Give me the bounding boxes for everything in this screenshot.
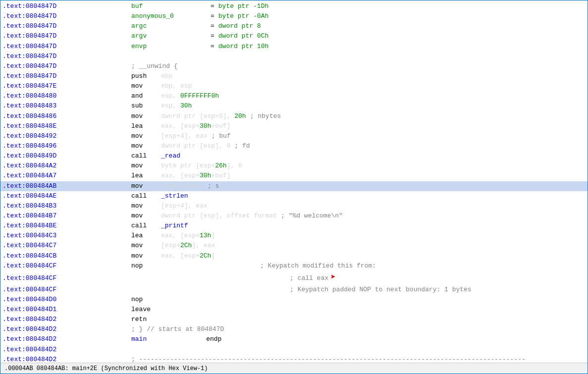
- address: .text:0804847D: [2, 61, 72, 71]
- table-row[interactable]: .text:08048496movdword ptr [esp], 0; fd: [0, 141, 588, 151]
- operand: esp, 30h: [161, 101, 192, 111]
- var-value: byte ptr -0Ah: [218, 11, 268, 21]
- table-row[interactable]: .text:0804847Dargv= dword ptr 0Ch: [0, 31, 588, 41]
- table-row[interactable]: .text:080484CFnop; Keypatch modified thi…: [0, 261, 588, 271]
- operand: [esp+2Ch], eax: [161, 241, 215, 251]
- table-row[interactable]: .text:0804847D; __unwind {: [0, 61, 588, 71]
- table-row[interactable]: .text:08048483subesp, 30h: [0, 101, 588, 111]
- address: .text:080484D2: [2, 315, 72, 324]
- operand: byte ptr [esp+26h], 0: [161, 161, 242, 171]
- keypatch-from-comment: ; call eax: [290, 273, 328, 283]
- table-row[interactable]: .text:0804847Emovebp, esp: [0, 81, 588, 91]
- label: main: [131, 334, 147, 344]
- comment: ; fd: [234, 141, 250, 151]
- arrow-icon: ➤: [330, 271, 336, 285]
- address: .text:080484AE: [2, 191, 72, 201]
- operand: eax, [esp+2Ch]: [161, 251, 215, 261]
- table-row[interactable]: .text:080484B3mov[esp+4], eax: [0, 201, 588, 211]
- table-row[interactable]: .text:080484CF; call eax➤: [0, 271, 588, 285]
- mnemonic: nop: [131, 261, 161, 271]
- address: .text:080484D0: [2, 295, 72, 305]
- table-row[interactable]: .text:0804848Eleaeax, [esp+30h+buf]: [0, 121, 588, 131]
- separator: =: [211, 21, 214, 31]
- mnemonic: and: [131, 91, 161, 101]
- address: .text:0804847D: [2, 11, 72, 21]
- comment: ; __unwind {: [131, 61, 178, 71]
- address: .text:0804847E: [2, 81, 72, 91]
- var-name: envp: [131, 42, 211, 52]
- table-row[interactable]: .text:080484AEcall_strlen: [0, 191, 588, 201]
- operand: dword ptr [esp], offset format: [161, 211, 277, 221]
- keypatch-comment: ; Keypatch modified this from:: [260, 261, 376, 271]
- var-value: dword ptr 8: [218, 21, 261, 31]
- table-row[interactable]: .text:08048480andesp, 0FFFFFFF0h: [0, 91, 588, 101]
- comment: ; } // starts at 804847D: [131, 324, 224, 334]
- address: .text:08048480: [2, 91, 72, 101]
- mnemonic: mov: [131, 251, 161, 261]
- table-row[interactable]: .text:080484C3leaeax, [esp+13h]: [0, 231, 588, 241]
- table-row[interactable]: .text:080484D2; } // starts at 804847D: [0, 324, 588, 334]
- comment: ; buf: [212, 131, 231, 141]
- address: .text:080484CF: [2, 273, 72, 283]
- operand: [esp+4], eax: [161, 201, 208, 211]
- address: .text:0804847D: [2, 31, 72, 41]
- table-row[interactable]: .text:080484A7leaeax, [esp+30h+buf]: [0, 171, 588, 181]
- operand: dword ptr [esp], 0: [161, 141, 230, 151]
- table-row[interactable]: .text:080484A2movbyte ptr [esp+26h], 0: [0, 161, 588, 171]
- comment: ; --------------------------------------…: [131, 355, 526, 363]
- address: .text:08048496: [2, 141, 72, 151]
- table-row[interactable]: .text:0804847Denvp= dword ptr 10h: [0, 42, 588, 52]
- address: .text:0804847D: [2, 21, 72, 31]
- comment: ; nbytes: [250, 111, 281, 121]
- table-row[interactable]: .text:080484C7mov[esp+2Ch], eax: [0, 241, 588, 251]
- table-row[interactable]: .text:0804847Dpushebp: [0, 71, 588, 81]
- operand: ebp, esp: [161, 81, 192, 91]
- table-row[interactable]: .text:080484D2: [0, 345, 588, 355]
- table-row[interactable]: .text:0804847Danonymous_0= byte ptr -0Ah: [0, 11, 588, 21]
- address: .text:080484B3: [2, 201, 72, 211]
- table-row[interactable]: .text:0804847Dargc= dword ptr 8: [0, 21, 588, 31]
- address: .text:0804847D: [2, 52, 72, 61]
- table-row[interactable]: .text:080484B7movdword ptr [esp], offset…: [0, 211, 588, 221]
- mnemonic: mov: [131, 241, 161, 251]
- table-row[interactable]: .text:080484D2mainendp: [0, 334, 588, 344]
- disassembly-view[interactable]: .text:0804847Dbuf= byte ptr -1Dh.text:08…: [0, 0, 588, 363]
- address: .text:080484A7: [2, 171, 72, 181]
- operand-call: _strlen: [161, 191, 188, 201]
- operand: esp, 0FFFFFFF0h: [161, 91, 219, 101]
- address: .text:0804847D: [2, 71, 72, 81]
- separator: =: [211, 31, 214, 41]
- table-row[interactable]: .text:080484BEcall_printf: [0, 221, 588, 231]
- mnemonic: nop: [131, 295, 161, 305]
- table-row[interactable]: .text:0804847D: [0, 52, 588, 61]
- var-value: byte ptr -1Dh: [218, 1, 268, 11]
- table-row[interactable]: .text:0804847Dbuf= byte ptr -1Dh: [0, 1, 588, 11]
- mnemonic: mov: [131, 111, 161, 121]
- table-row[interactable]: .text:080484D0nop: [0, 295, 588, 305]
- table-row[interactable]: .text:08048492mov[esp+4], eax; buf: [0, 131, 588, 141]
- operand-call: _read: [161, 151, 180, 161]
- var-value: dword ptr 10h: [218, 42, 268, 52]
- table-row[interactable]: .text:080484D1leave: [0, 305, 588, 315]
- table-row[interactable]: .text:080484ABmov[esp], eax ; s: [0, 181, 588, 191]
- mnemonic: mov: [131, 81, 161, 91]
- table-row[interactable]: .text:080484D2retn: [0, 315, 588, 324]
- table-row[interactable]: .text:080484CBmoveax, [esp+2Ch]: [0, 251, 588, 261]
- address: .text:080484CF: [2, 261, 72, 271]
- table-row[interactable]: .text:080484D2; ------------------------…: [0, 355, 588, 363]
- address: .text:080484D2: [2, 345, 72, 355]
- table-row[interactable]: .text:080484CF; Keypatch padded NOP to n…: [0, 285, 588, 295]
- operand: ebp: [161, 71, 172, 81]
- address: .text:0804847D: [2, 1, 72, 11]
- var-name: argv: [131, 31, 211, 41]
- address: .text:08048486: [2, 111, 72, 121]
- address: .text:080484D2: [2, 334, 72, 344]
- mnemonic: push: [131, 71, 161, 81]
- table-row[interactable]: .text:08048486movdword ptr [esp+8], 20h;…: [0, 111, 588, 121]
- table-row[interactable]: .text:0804849Dcall_read: [0, 151, 588, 161]
- separator: =: [211, 42, 214, 52]
- address: .text:080484BE: [2, 221, 72, 231]
- operand: dword ptr [esp+8], 20h: [161, 111, 246, 121]
- mnemonic: call: [131, 191, 161, 201]
- operand: endp: [206, 334, 221, 344]
